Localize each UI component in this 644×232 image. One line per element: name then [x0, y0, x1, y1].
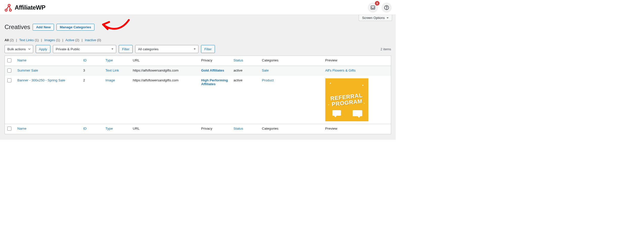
col-type-sort[interactable]: Type — [106, 58, 113, 62]
help-button[interactable] — [381, 3, 392, 13]
chevron-down-icon — [386, 17, 389, 19]
filter-text-links[interactable]: Text Links — [19, 38, 34, 42]
categories-select[interactable]: All categories — [135, 45, 198, 53]
col-id-sort[interactable]: ID — [83, 127, 87, 130]
filter-all[interactable]: All — [5, 38, 9, 42]
col-url: URL — [130, 124, 199, 134]
table-header-row: Name ID Type URL Privacy Status Categori… — [5, 56, 391, 66]
add-new-button[interactable]: Add New — [33, 24, 54, 31]
categories-filter-button[interactable]: Filter — [201, 45, 215, 53]
creative-id: 3 — [81, 66, 103, 76]
table-row: Banner - 300x250 - Spring Sale 2 Image h… — [5, 76, 391, 124]
page-heading: Creatives Add New Manage Categories — [5, 15, 391, 35]
filter-active-count: (2) — [75, 38, 79, 42]
notification-badge: 9 — [375, 1, 379, 6]
creative-status: active — [231, 66, 259, 76]
col-status-sort[interactable]: Status — [234, 127, 243, 130]
creative-preview-link[interactable]: Alf's Flowers & Gifts — [325, 68, 356, 72]
creative-privacy-link[interactable]: Gold Affiliates — [201, 68, 224, 72]
status-filters: All (2) | Text Links (1) | Images (1) | … — [5, 38, 391, 42]
chevron-down-icon — [111, 48, 114, 51]
filter-images-count: (1) — [56, 38, 60, 42]
creative-name-link[interactable]: Summer Sale — [17, 68, 38, 72]
col-categories: Categories — [259, 124, 323, 134]
col-preview: Preview — [323, 124, 391, 134]
col-categories: Categories — [259, 56, 323, 66]
page-title: Creatives — [5, 24, 30, 31]
brand-name: AffiliateWP — [15, 4, 45, 11]
filter-text-links-count: (1) — [35, 38, 39, 42]
col-privacy: Privacy — [199, 124, 231, 134]
bulk-actions-select[interactable]: Bulk actions — [5, 45, 33, 53]
privacy-filter-button[interactable]: Filter — [119, 45, 133, 53]
creative-privacy-link[interactable]: High Performing Affiliates — [201, 78, 228, 86]
manage-categories-button[interactable]: Manage Categories — [56, 24, 94, 31]
chevron-down-icon — [28, 48, 31, 51]
creative-type-link[interactable]: Text Link — [106, 68, 119, 72]
filter-inactive-count: (0) — [97, 38, 101, 42]
filter-active[interactable]: Active — [65, 38, 74, 42]
screen-options-label: Screen Options — [362, 16, 385, 20]
select-all-checkbox-footer[interactable] — [7, 127, 11, 131]
creative-id: 2 — [81, 76, 103, 124]
row-checkbox[interactable] — [7, 68, 11, 73]
inbox-button[interactable]: 9 — [368, 3, 378, 13]
annotation-arrow-icon — [98, 17, 131, 35]
table-filters: Bulk actions Apply Private & Public Filt… — [5, 45, 391, 53]
creative-status: active — [231, 76, 259, 124]
svg-point-5 — [386, 9, 387, 9]
brand: AffiliateWP — [4, 4, 45, 12]
table-footer-row: Name ID Type URL Privacy Status Categori… — [5, 124, 391, 134]
help-icon — [384, 5, 389, 10]
apply-button[interactable]: Apply — [36, 45, 51, 53]
topbar-actions: 9 — [368, 3, 392, 13]
col-id-sort[interactable]: ID — [83, 58, 87, 62]
creative-preview-image[interactable]: ✦ ✦ • • REFERRALPROGRAM — [325, 78, 368, 121]
screen-options-toggle[interactable]: Screen Options — [359, 15, 392, 21]
content-area: Screen Options Creatives Add New Manage … — [0, 15, 396, 140]
privacy-select[interactable]: Private & Public — [53, 45, 116, 53]
table-row: Summer Sale 3 Text Link https://alfsflow… — [5, 66, 391, 76]
svg-point-2 — [9, 9, 11, 11]
preview-image-text: REFERRALPROGRAM — [330, 92, 364, 107]
brand-logo-icon — [4, 4, 12, 12]
col-name-sort[interactable]: Name — [17, 58, 27, 62]
col-privacy: Privacy — [199, 56, 231, 66]
top-bar: AffiliateWP 9 — [0, 0, 396, 15]
speech-bubble-icon — [332, 110, 341, 116]
speech-bubble-icon — [353, 110, 362, 116]
categories-select-value: All categories — [138, 47, 158, 51]
bulk-actions-value: Bulk actions — [7, 47, 26, 51]
col-name-sort[interactable]: Name — [17, 127, 27, 130]
col-url: URL — [130, 56, 199, 66]
creative-name-link[interactable]: Banner - 300x250 - Spring Sale — [17, 78, 65, 82]
col-type-sort[interactable]: Type — [106, 127, 113, 130]
row-checkbox[interactable] — [7, 78, 11, 82]
creative-category-link[interactable]: Sale — [262, 68, 269, 72]
filter-all-count: (2) — [10, 38, 14, 42]
creative-type-link[interactable]: Image — [106, 78, 115, 82]
creative-url: https://alfsflowersandgifts.com — [130, 76, 199, 124]
col-preview: Preview — [323, 56, 391, 66]
filter-inactive[interactable]: Inactive — [85, 38, 96, 42]
creative-url: https://alfsflowersandgifts.com — [130, 66, 199, 76]
select-all-checkbox[interactable] — [7, 58, 11, 62]
creatives-table: Name ID Type URL Privacy Status Categori… — [5, 56, 391, 134]
creative-category-link[interactable]: Product — [262, 78, 274, 82]
chevron-down-icon — [193, 48, 196, 51]
filter-images[interactable]: Images — [44, 38, 55, 42]
col-status-sort[interactable]: Status — [234, 58, 243, 62]
inbox-icon — [370, 5, 375, 10]
privacy-select-value: Private & Public — [56, 47, 80, 51]
items-count: 2 items — [380, 47, 391, 51]
